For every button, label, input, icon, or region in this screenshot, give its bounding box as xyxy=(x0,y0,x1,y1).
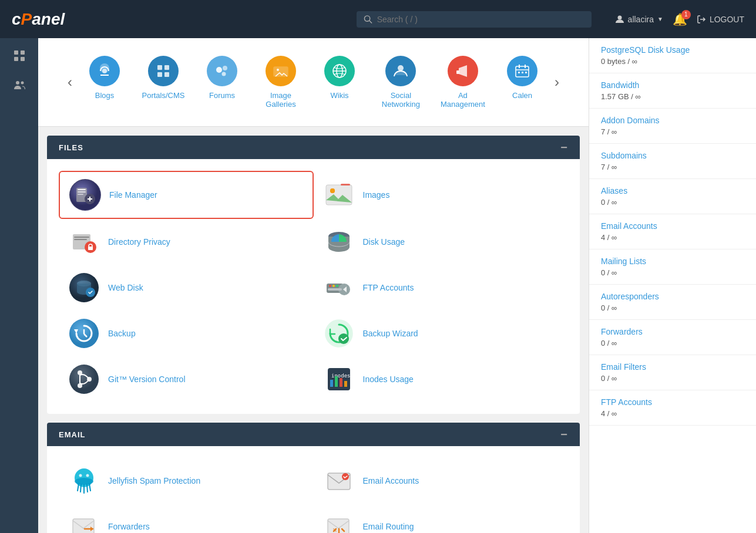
galleries-icon xyxy=(266,56,296,86)
files-section: FILES − xyxy=(47,136,580,414)
backup-wizard-item[interactable]: Backup Wizard xyxy=(314,311,569,356)
file-manager-icon xyxy=(69,179,101,211)
forwarders-label: Forwarders xyxy=(108,522,150,531)
backup-label: Backup xyxy=(108,329,136,338)
stat-label-subdomains: Subdomains xyxy=(601,151,744,160)
stat-label-addon-domains: Addon Domains xyxy=(601,116,744,125)
carousel-next-arrow[interactable]: › xyxy=(549,74,565,90)
logout-button[interactable]: LOGOUT xyxy=(697,15,744,24)
svg-rect-50 xyxy=(88,247,93,250)
user-menu[interactable]: allacira ▼ xyxy=(615,15,663,24)
email-accounts-item[interactable]: Email Accounts xyxy=(314,458,569,504)
inodes-usage-item[interactable]: inodes Inodes Usage xyxy=(314,356,569,402)
galleries-label: Image Galleries xyxy=(260,91,301,109)
carousel-item-wikis[interactable]: Wikis xyxy=(313,50,366,114)
stat-item-forwarders: Forwarders 0 / ∞ xyxy=(589,320,756,355)
stat-item-aliases: Aliases 0 / ∞ xyxy=(589,179,756,214)
wikis-label: Wikis xyxy=(330,91,348,100)
email-accounts-icon xyxy=(323,465,355,497)
svg-point-59 xyxy=(332,285,335,287)
files-collapse-button[interactable]: − xyxy=(560,141,568,153)
stat-item-email-accounts: Email Accounts 4 / ∞ xyxy=(589,214,756,249)
carousel-item-forums[interactable]: Forums xyxy=(196,50,248,114)
content-area: ‹ Blogs xyxy=(38,38,589,533)
svg-rect-44 xyxy=(341,184,350,185)
directory-privacy-icon xyxy=(68,226,100,258)
carousel-item-galleries[interactable]: Image Galleries xyxy=(254,50,307,114)
web-disk-item[interactable]: Web Disk xyxy=(59,265,314,311)
stat-label-ftp-accounts: FTP Accounts xyxy=(601,397,744,407)
svg-rect-35 xyxy=(78,189,86,190)
email-routing-item[interactable]: Email Routing xyxy=(314,504,569,533)
file-manager-label: File Manager xyxy=(109,190,157,200)
nav-right-group: allacira ▼ 🔔 1 LOGOUT xyxy=(615,12,744,26)
top-navigation: cPanel allacira ▼ 🔔 1 LOGOUT xyxy=(0,0,756,38)
inodes-icon: inodes xyxy=(323,363,355,395)
user-icon xyxy=(615,15,624,24)
stat-label-email-filters: Email Filters xyxy=(601,362,744,372)
svg-point-85 xyxy=(79,474,82,477)
svg-rect-36 xyxy=(78,191,86,193)
stat-value-forwarders: 0 / ∞ xyxy=(601,339,744,348)
svg-rect-12 xyxy=(157,65,162,70)
images-item[interactable]: Images xyxy=(314,171,569,219)
svg-rect-46 xyxy=(74,237,89,238)
stat-value-email-filters: 0 / ∞ xyxy=(601,374,744,383)
images-label: Images xyxy=(363,190,390,200)
email-accounts-label: Email Accounts xyxy=(363,476,419,485)
forwarders-item[interactable]: Forwarders xyxy=(59,504,314,533)
carousel-prev-arrow[interactable]: ‹ xyxy=(62,74,78,90)
inodes-usage-label: Inodes Usage xyxy=(363,375,414,384)
directory-privacy-item[interactable]: Directory Privacy xyxy=(59,219,314,265)
search-bar[interactable] xyxy=(357,11,592,28)
search-input[interactable] xyxy=(377,15,584,24)
svg-point-88 xyxy=(342,473,349,480)
svg-rect-77 xyxy=(344,381,347,387)
svg-point-86 xyxy=(86,474,89,477)
main-layout: ‹ Blogs xyxy=(0,38,756,533)
svg-point-7 xyxy=(16,81,19,85)
git-version-control-item[interactable]: Git™ Version Control xyxy=(59,356,314,402)
carousel-item-social[interactable]: Social Networking xyxy=(372,50,430,114)
backup-wizard-icon xyxy=(323,318,355,349)
ftp-accounts-label: FTP Accounts xyxy=(363,283,414,292)
svg-rect-37 xyxy=(78,194,83,195)
svg-rect-32 xyxy=(525,72,527,73)
social-label: Social Networking xyxy=(378,91,424,109)
svg-rect-30 xyxy=(518,72,520,73)
svg-rect-25 xyxy=(456,70,459,74)
git-label: Git™ Version Control xyxy=(108,375,186,384)
carousel-item-portals[interactable]: Portals/CMS xyxy=(137,50,190,114)
stat-value-subdomains: 7 / ∞ xyxy=(601,163,744,171)
forums-label: Forums xyxy=(209,91,235,100)
ftp-accounts-item[interactable]: FTP Accounts xyxy=(314,265,569,311)
notification-bell[interactable]: 🔔 1 xyxy=(673,12,687,26)
carousel-items: Blogs Portals/CMS xyxy=(78,50,549,114)
grid-icon xyxy=(13,49,26,62)
stat-value-email-accounts: 4 / ∞ xyxy=(601,233,744,242)
carousel-item-ad[interactable]: Ad Management xyxy=(436,50,490,114)
users-icon xyxy=(13,79,26,92)
svg-point-8 xyxy=(21,82,23,85)
file-manager-item[interactable]: File Manager xyxy=(59,171,314,219)
jellyfish-spam-item[interactable]: Jellyfish Spam Protection xyxy=(59,458,314,504)
logout-label: LOGOUT xyxy=(710,15,744,24)
carousel-item-blogs[interactable]: Blogs xyxy=(78,50,131,114)
email-section: EMAIL − xyxy=(47,423,580,533)
svg-rect-76 xyxy=(340,378,342,387)
sidebar-users-icon[interactable] xyxy=(8,73,31,97)
stat-value-addon-domains: 7 / ∞ xyxy=(601,127,744,136)
stat-label-bandwidth: Bandwidth xyxy=(601,80,744,90)
carousel-item-calen[interactable]: Calen xyxy=(496,50,549,114)
git-icon xyxy=(68,363,100,395)
sidebar-grid-icon[interactable] xyxy=(8,44,31,68)
backup-item[interactable]: Backup xyxy=(59,311,314,356)
email-collapse-button[interactable]: − xyxy=(560,429,568,440)
calen-label: Calen xyxy=(512,91,532,100)
stat-item-autoresponders: Autoresponders 0 / ∞ xyxy=(589,285,756,320)
svg-rect-13 xyxy=(164,65,169,70)
disk-usage-item[interactable]: Disk Usage xyxy=(314,219,569,265)
svg-rect-15 xyxy=(164,72,169,77)
files-section-content: File Manager Images xyxy=(47,159,580,414)
web-disk-icon xyxy=(68,272,100,303)
